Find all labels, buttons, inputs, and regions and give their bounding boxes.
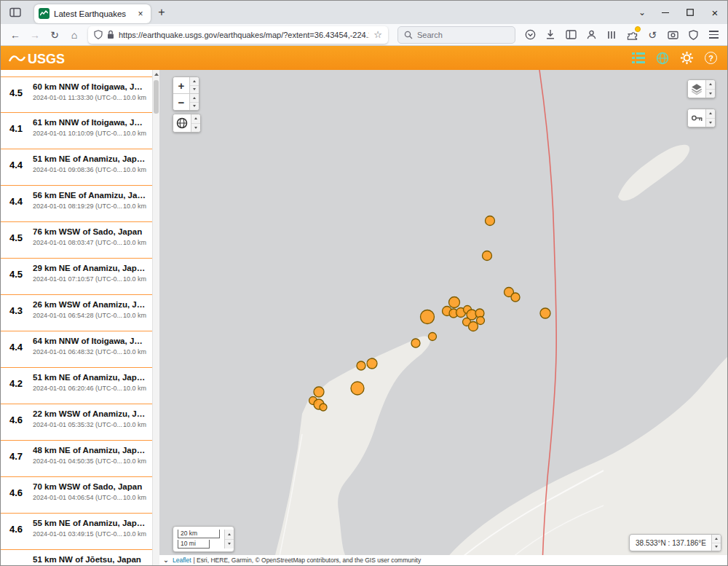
scroll-up-icon[interactable]: [153, 70, 159, 79]
stepper-up-icon[interactable]: [190, 94, 199, 102]
new-tab-button[interactable]: +: [151, 6, 173, 19]
close-button[interactable]: ×: [703, 1, 727, 24]
stepper-down-icon[interactable]: [191, 123, 200, 133]
earthquake-marker[interactable]: [367, 358, 377, 369]
address-bar[interactable]: https://earthquake.usgs.gov/earthquakes/…: [88, 26, 388, 44]
stepper-down-icon[interactable]: [190, 102, 199, 111]
stepper-up-icon[interactable]: [712, 535, 721, 543]
usgs-logo[interactable]: USGS: [8, 48, 75, 68]
earthquake-marker[interactable]: [314, 387, 324, 397]
stepper-down-icon[interactable]: [190, 85, 199, 94]
earthquake-marker[interactable]: [540, 308, 550, 318]
earthquake-list-item[interactable]: 4.456 km ENE of Anamizu, Japan2024-01-01…: [1, 186, 152, 222]
stepper-down-icon[interactable]: [706, 118, 715, 127]
menu-icon[interactable]: [707, 28, 720, 42]
magnitude: 4.4: [9, 196, 23, 207]
quake-depth: 10.0 km: [123, 275, 146, 283]
stepper-down-icon[interactable]: [706, 89, 715, 98]
extension-bars-icon[interactable]: [605, 28, 618, 42]
quake-title: 61 km NNW of Itoigawa, Japan: [33, 118, 146, 127]
help-icon[interactable]: ?: [705, 52, 717, 64]
earthquake-list-item[interactable]: 4.622 km WSW of Anamizu, Jap...2024-01-0…: [1, 404, 152, 441]
earthquake-marker[interactable]: [351, 382, 364, 395]
history-icon[interactable]: ↺: [646, 28, 659, 42]
earthquake-list-item[interactable]: 4.748 km NE of Anamizu, Japan2024-01-01 …: [1, 441, 152, 477]
magnitude: 4.4: [9, 160, 23, 170]
earthquake-list-item[interactable]: 51 km NW of Jōetsu, Japan: [1, 550, 152, 565]
earthquake-list-item[interactable]: 4.576 km WSW of Sado, Japan2024-01-01 08…: [1, 222, 152, 259]
quake-depth: 10.0 km: [123, 130, 146, 137]
quake-title: 51 km NW of Jōetsu, Japan: [33, 555, 146, 564]
quake-title: 51 km NE of Anamizu, Japan: [33, 154, 146, 163]
stepper-up-icon[interactable]: [706, 80, 715, 89]
account-icon[interactable]: [585, 28, 598, 42]
zoom-in-button[interactable]: +: [173, 77, 189, 93]
key-icon[interactable]: [688, 109, 705, 127]
screenshot-icon[interactable]: [666, 28, 679, 42]
scrollbar-thumb[interactable]: [154, 80, 159, 114]
stepper-up-icon[interactable]: [191, 114, 200, 123]
quake-time: 2024-01-01 03:49:15 (UTC-0...: [33, 530, 122, 538]
downloads-icon[interactable]: [544, 28, 557, 42]
stepper-down-icon[interactable]: [225, 539, 234, 549]
settings-gear-icon[interactable]: [680, 51, 694, 65]
earthquake-marker[interactable]: [486, 216, 495, 226]
globe-icon[interactable]: [656, 52, 669, 65]
extensions-puzzle-icon[interactable]: [625, 28, 638, 42]
pocket-icon[interactable]: [523, 28, 537, 42]
search-bar[interactable]: Search: [397, 26, 515, 44]
magnitude: 4.6: [9, 524, 23, 535]
earthquake-list-item[interactable]: 4.464 km NNW of Itoigawa, Japan2024-01-0…: [1, 331, 152, 368]
stepper-up-icon[interactable]: [706, 109, 715, 118]
browser-tab[interactable]: Latest Earthquakes ×: [34, 4, 151, 23]
minimize-button[interactable]: [653, 1, 678, 24]
earthquake-marker[interactable]: [320, 404, 327, 411]
forward-icon[interactable]: →: [26, 26, 44, 44]
earthquake-marker[interactable]: [469, 322, 478, 331]
earthquake-list-item[interactable]: 4.670 km WSW of Sado, Japan2024-01-01 04…: [1, 477, 152, 514]
earthquake-list-item[interactable]: 4.161 km NNW of Itoigawa, Japan2024-01-0…: [1, 113, 152, 149]
list-all-tabs-icon[interactable]: ⌄: [631, 7, 653, 17]
earthquake-list-item[interactable]: 4.529 km NE of Anamizu, Japan2024-01-01 …: [1, 259, 152, 295]
leaflet-link[interactable]: Leaflet: [173, 557, 191, 564]
earthquake-list-item[interactable]: 4.326 km WSW of Anamizu, Japan2024-01-01…: [1, 295, 152, 331]
map-canvas[interactable]: + −: [159, 70, 727, 565]
bookmark-star-icon[interactable]: ☆: [373, 29, 382, 40]
earthquake-marker[interactable]: [357, 361, 365, 370]
back-icon[interactable]: ←: [7, 26, 24, 44]
earthquake-marker[interactable]: [449, 297, 460, 308]
stepper-up-icon[interactable]: [190, 77, 199, 85]
tab-close-icon[interactable]: ×: [135, 9, 146, 19]
attribution-chevron-icon[interactable]: ⌄: [162, 557, 170, 564]
maximize-button[interactable]: [678, 1, 703, 24]
globe-view-icon[interactable]: [173, 114, 191, 132]
earthquake-marker[interactable]: [477, 317, 485, 325]
earthquake-marker[interactable]: [429, 333, 437, 341]
layers-icon[interactable]: [688, 80, 705, 98]
stepper-up-icon[interactable]: [225, 530, 234, 539]
attribution-text: | Esri, HERE, Garmin, © OpenStreetMap co…: [194, 557, 422, 564]
home-icon[interactable]: ⌂: [66, 26, 83, 44]
earthquake-list-item[interactable]: 4.451 km NE of Anamizu, Japan2024-01-01 …: [1, 149, 152, 186]
zoom-out-button[interactable]: −: [173, 94, 189, 110]
list-view-icon[interactable]: [632, 52, 645, 64]
earthquake-marker[interactable]: [511, 293, 520, 302]
sidebar-scrollbar[interactable]: [152, 70, 159, 565]
stepper-down-icon[interactable]: [712, 543, 721, 551]
shield-permissions-icon[interactable]: [94, 30, 103, 39]
quake-time: 2024-01-01 07:10:57 (UTC-0...: [33, 275, 122, 283]
earthquake-marker[interactable]: [411, 339, 420, 347]
shield-icon[interactable]: [687, 28, 700, 42]
reload-icon[interactable]: ↻: [46, 26, 63, 44]
earthquake-list-item[interactable]: 4.560 km NNW of Itoigawa, Japan2024-01-0…: [1, 76, 152, 113]
earthquake-marker[interactable]: [421, 310, 435, 324]
sidebars-icon[interactable]: [564, 28, 577, 42]
firefox-view-icon[interactable]: [5, 4, 25, 21]
quake-title: 60 km NNW of Itoigawa, Japan: [33, 82, 146, 91]
earthquake-list-item[interactable]: 4.251 km NE of Anamizu, Japan2024-01-01 …: [1, 368, 152, 404]
url-text[interactable]: https://earthquake.usgs.gov/earthquakes/…: [119, 31, 369, 39]
lock-icon[interactable]: [107, 30, 114, 39]
earthquake-list-item[interactable]: 4.655 km NE of Anamizu, Japan2024-01-01 …: [1, 514, 152, 550]
earthquake-marker[interactable]: [483, 251, 492, 261]
quake-meta: 2024-01-01 04:50:35 (UTC-0...10.0 km: [33, 457, 146, 465]
